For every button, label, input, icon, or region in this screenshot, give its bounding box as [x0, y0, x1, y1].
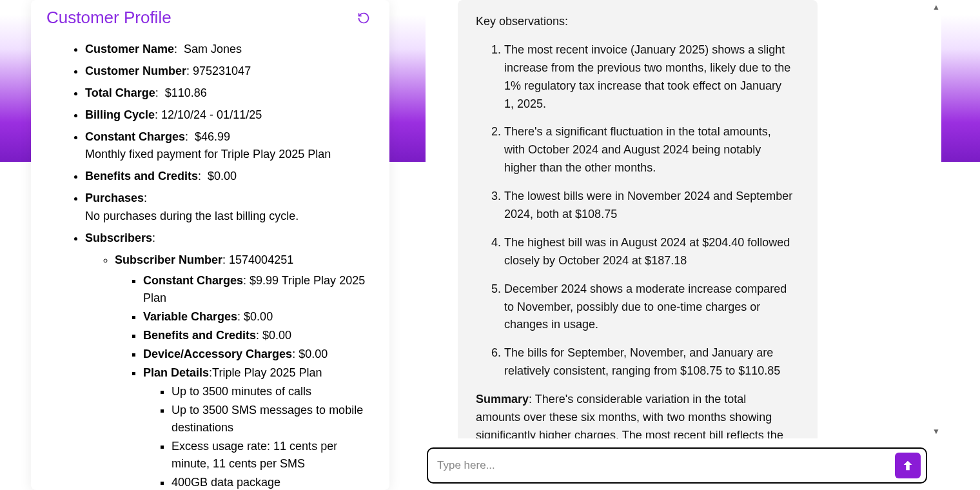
assistant-message: Key observations: The most recent invoic…	[458, 0, 818, 438]
profile-field-subscribers: Subscribers: Subscriber Number: 15740042…	[85, 230, 368, 490]
plan-feature: 400GB data package	[172, 474, 368, 490]
profile-field-constant: Constant Charges: $46.99 Monthly fixed p…	[85, 128, 368, 164]
observation-item: The highest bill was in August 2024 at $…	[504, 234, 793, 270]
observation-item: The most recent invoice (January 2025) s…	[504, 41, 793, 113]
customer-profile-panel: Customer Profile Customer Name: Sam Jone…	[31, 0, 389, 490]
sub-constant: Constant Charges: $9.99 Triple Play 2025…	[143, 272, 368, 307]
plan-feature: Up to 3500 SMS messages to mobile destin…	[172, 402, 368, 436]
page-title: Customer Profile	[46, 8, 172, 28]
observations-heading: Key observations:	[476, 13, 793, 31]
sub-device: Device/Accessory Charges: $0.00	[143, 346, 368, 363]
sub-benefits: Benefits and Credits: $0.00	[143, 327, 368, 344]
chat-input-container	[427, 447, 927, 484]
profile-field-cycle: Billing Cycle: 12/10/24 - 01/11/25	[85, 106, 368, 124]
arrow-up-icon	[901, 458, 915, 473]
sub-plan: Plan Details:Triple Play 2025 Plan Up to…	[143, 364, 368, 490]
profile-scroll[interactable]: Customer Name: Sam Jones Customer Number…	[46, 41, 371, 490]
profile-field-total: Total Charge: $110.86	[85, 84, 368, 103]
send-button[interactable]	[895, 453, 921, 478]
observation-item: The bills for September, November, and J…	[504, 344, 793, 380]
chat-panel: ▲ Key observations: The most recent invo…	[426, 0, 941, 490]
chat-input[interactable]	[437, 459, 895, 472]
profile-field-name: Customer Name: Sam Jones	[85, 41, 368, 59]
plan-feature: Excess usage rate: 11 cents per minute, …	[172, 438, 368, 473]
profile-field-purchases: Purchases: No purchases during the last …	[85, 190, 368, 226]
observation-item: The lowest bills were in November 2024 a…	[504, 188, 793, 224]
summary-paragraph: Summary: There's considerable variation …	[476, 391, 793, 438]
chat-scroll[interactable]: ▲ Key observations: The most recent invo…	[426, 0, 941, 438]
subscriber-item: Subscriber Number: 1574004251 Constant C…	[115, 251, 368, 490]
scroll-down-icon[interactable]: ▼	[932, 427, 940, 436]
sub-variable: Variable Charges: $0.00	[143, 308, 368, 326]
observation-item: December 2024 shows a moderate increase …	[504, 280, 793, 335]
observation-item: There's a significant fluctuation in the…	[504, 123, 793, 177]
refresh-icon[interactable]	[357, 12, 370, 24]
profile-field-number: Customer Number: 975231047	[85, 63, 368, 81]
plan-feature: Up to 3500 minutes of calls	[172, 383, 368, 400]
profile-field-benefits: Benefits and Credits: $0.00	[85, 168, 368, 186]
scroll-up-icon[interactable]: ▲	[932, 3, 940, 12]
